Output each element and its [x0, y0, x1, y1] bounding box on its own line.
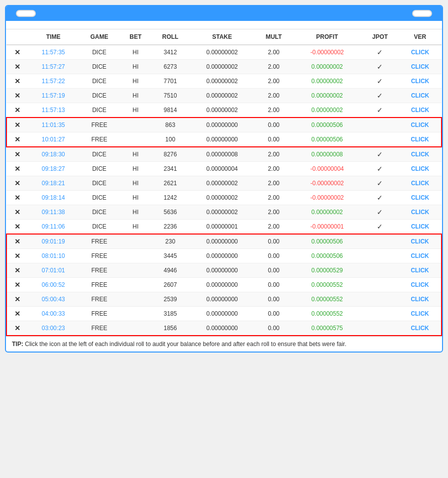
row-audit-icon[interactable]: ✕: [6, 60, 28, 74]
table-row: ✕ 09:11:38 DICE HI 5636 0.00000002 2.00 …: [6, 205, 442, 220]
row-audit-icon[interactable]: ✕: [6, 205, 28, 220]
row-ver-click[interactable]: CLICK: [399, 191, 442, 205]
row-jpot: ✓: [361, 191, 399, 205]
row-ver-click[interactable]: CLICK: [399, 307, 442, 321]
table-header: TIME GAME BET ROLL STAKE MULT PROFIT JPO…: [6, 29, 442, 45]
row-bet: HI: [120, 103, 151, 118]
row-audit-icon[interactable]: ✕: [6, 89, 28, 103]
row-ver-click[interactable]: CLICK: [399, 249, 442, 263]
row-ver-click[interactable]: CLICK: [399, 205, 442, 220]
row-audit-icon[interactable]: ✕: [6, 103, 28, 118]
row-ver-click[interactable]: CLICK: [399, 162, 442, 176]
row-roll: 100: [151, 132, 189, 147]
row-audit-icon[interactable]: ✕: [6, 118, 28, 132]
row-profit: 0.00000002: [293, 74, 361, 89]
row-time: 10:01:27: [28, 132, 79, 147]
row-game: DICE: [79, 60, 120, 74]
row-stake: 0.00000002: [190, 103, 255, 118]
row-ver-click[interactable]: CLICK: [399, 263, 442, 278]
row-audit-icon[interactable]: ✕: [6, 321, 28, 336]
row-time: 09:11:38: [28, 205, 79, 220]
row-audit-icon[interactable]: ✕: [6, 263, 28, 278]
row-bet: [120, 249, 151, 263]
row-roll: 1242: [151, 191, 189, 205]
col-header-time: TIME: [28, 29, 79, 45]
row-profit: -0.00000002: [293, 45, 361, 60]
row-time: 09:11:06: [28, 220, 79, 235]
row-jpot: [361, 234, 399, 249]
row-stake: 0.00000002: [190, 176, 255, 191]
table-row: ✕ 11:57:19 DICE HI 7510 0.00000002 2.00 …: [6, 89, 442, 103]
row-roll: 2621: [151, 176, 189, 191]
table-row: ✕ 11:57:13 DICE HI 9814 0.00000002 2.00 …: [6, 103, 442, 118]
row-ver-click[interactable]: CLICK: [399, 147, 442, 162]
row-stake: 0.00000004: [190, 162, 255, 176]
table-row: ✕ 09:18:14 DICE HI 1242 0.00000002 2.00 …: [6, 191, 442, 205]
row-game: FREE: [79, 321, 120, 336]
row-time: 08:01:10: [28, 249, 79, 263]
row-audit-icon[interactable]: ✕: [6, 45, 28, 60]
col-header-stake: STAKE: [190, 29, 255, 45]
row-audit-icon[interactable]: ✕: [6, 249, 28, 263]
row-audit-icon[interactable]: ✕: [6, 176, 28, 191]
row-ver-click[interactable]: CLICK: [399, 118, 442, 132]
row-bet: [120, 278, 151, 292]
row-ver-click[interactable]: CLICK: [399, 321, 442, 336]
row-ver-click[interactable]: CLICK: [399, 220, 442, 235]
row-roll: 2341: [151, 162, 189, 176]
row-bet: [120, 292, 151, 307]
older-button[interactable]: [412, 10, 432, 17]
row-profit: 0.00000529: [293, 263, 361, 278]
row-ver-click[interactable]: CLICK: [399, 176, 442, 191]
row-roll: 2236: [151, 220, 189, 235]
row-ver-click[interactable]: CLICK: [399, 60, 442, 74]
newer-button[interactable]: [16, 10, 36, 17]
row-audit-icon[interactable]: ✕: [6, 132, 28, 147]
table-row: ✕ 09:01:19 FREE 230 0.00000000 0.00 0.00…: [6, 234, 442, 249]
row-stake: 0.00000008: [190, 147, 255, 162]
row-game: DICE: [79, 205, 120, 220]
row-audit-icon[interactable]: ✕: [6, 147, 28, 162]
row-game: DICE: [79, 220, 120, 235]
row-bet: HI: [120, 74, 151, 89]
row-roll: 3412: [151, 45, 189, 60]
row-audit-icon[interactable]: ✕: [6, 74, 28, 89]
row-roll: 2607: [151, 278, 189, 292]
row-audit-icon[interactable]: ✕: [6, 220, 28, 235]
roll-history-table: TIME GAME BET ROLL STAKE MULT PROFIT JPO…: [6, 29, 442, 336]
row-bet: HI: [120, 191, 151, 205]
row-jpot: [361, 263, 399, 278]
row-audit-icon[interactable]: ✕: [6, 307, 28, 321]
row-game: DICE: [79, 74, 120, 89]
row-ver-click[interactable]: CLICK: [399, 89, 442, 103]
table-row: ✕ 04:00:33 FREE 3185 0.00000000 0.00 0.0…: [6, 307, 442, 321]
tip-text: Click the icon at the left of each indiv…: [25, 341, 346, 348]
row-time: 03:00:23: [28, 321, 79, 336]
row-audit-icon[interactable]: ✕: [6, 278, 28, 292]
row-mult: 0.00: [254, 234, 293, 249]
header-bar: [6, 6, 442, 21]
row-mult: 0.00: [254, 307, 293, 321]
row-profit: 0.00000002: [293, 89, 361, 103]
row-bet: [120, 307, 151, 321]
row-ver-click[interactable]: CLICK: [399, 45, 442, 60]
row-ver-click[interactable]: CLICK: [399, 292, 442, 307]
row-stake: 0.00000002: [190, 205, 255, 220]
row-time: 11:57:35: [28, 45, 79, 60]
row-ver-click[interactable]: CLICK: [399, 103, 442, 118]
table-row: ✕ 06:00:52 FREE 2607 0.00000000 0.00 0.0…: [6, 278, 442, 292]
table-body: ✕ 11:57:35 DICE HI 3412 0.00000002 2.00 …: [6, 45, 442, 336]
row-jpot: [361, 321, 399, 336]
row-audit-icon[interactable]: ✕: [6, 292, 28, 307]
row-ver-click[interactable]: CLICK: [399, 74, 442, 89]
row-audit-icon[interactable]: ✕: [6, 162, 28, 176]
row-ver-click[interactable]: CLICK: [399, 278, 442, 292]
table-row: ✕ 11:01:35 FREE 863 0.00000000 0.00 0.00…: [6, 118, 442, 132]
row-game: FREE: [79, 292, 120, 307]
row-bet: [120, 118, 151, 132]
row-audit-icon[interactable]: ✕: [6, 191, 28, 205]
row-audit-icon[interactable]: ✕: [6, 234, 28, 249]
row-ver-click[interactable]: CLICK: [399, 132, 442, 147]
row-ver-click[interactable]: CLICK: [399, 234, 442, 249]
table-row: ✕ 10:01:27 FREE 100 0.00000000 0.00 0.00…: [6, 132, 442, 147]
